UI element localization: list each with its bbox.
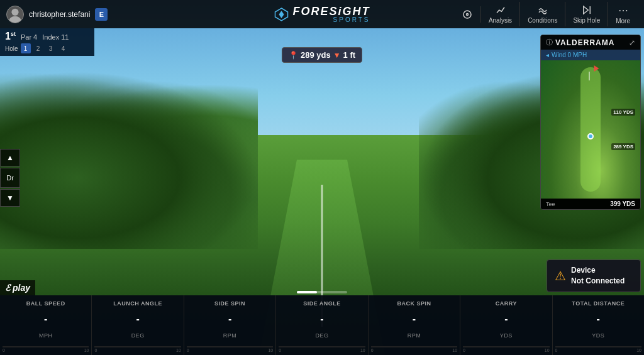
svg-point-2 <box>464 11 471 18</box>
top-bar: christopher.stefani E FORESiGHT SPORTS A… <box>0 0 644 28</box>
ball-speed-unit: MPH <box>39 332 53 339</box>
map-footer: Tee 399 YDS <box>541 199 640 209</box>
side-angle-unit: DEG <box>315 332 328 339</box>
shot-progress-bar <box>297 291 347 293</box>
distance-main: 289 yds <box>301 50 331 60</box>
logo-sports-text: SPORTS <box>292 17 370 23</box>
distance-arrow: ▼ <box>333 51 341 60</box>
player-badge: E <box>95 8 108 21</box>
tee-label: Tee <box>546 201 555 207</box>
wind-value: Wind 0 MPH <box>552 52 587 58</box>
nav-home-button[interactable] <box>454 6 481 23</box>
ball-speed-label: Ball Speed <box>26 300 65 307</box>
total-distance-bar: 0 10 <box>555 346 641 355</box>
map-title: VALDERRAMA <box>555 38 614 47</box>
map-header: ⓘ VALDERRAMA ⤢ <box>541 35 640 50</box>
ball-speed-bar: 0 10 <box>3 346 89 355</box>
total-distance-value: - <box>597 314 600 324</box>
carry-bar: 0 10 <box>463 346 549 355</box>
nav-conditions-button[interactable]: Conditions <box>520 2 565 26</box>
svg-point-1 <box>9 16 21 23</box>
total-distance-unit: YDS <box>592 332 604 339</box>
club-up-button[interactable]: ▲ <box>0 149 20 167</box>
player-name: christopher.stefani <box>29 10 90 19</box>
stat-side-spin: Side Spin - RPM 0 10 <box>184 295 276 355</box>
svg-point-3 <box>466 13 468 15</box>
side-spin-unit: RPM <box>223 332 237 339</box>
launch-angle-value: - <box>136 314 139 324</box>
device-status-line2: Not Connected <box>571 276 625 287</box>
svg-marker-4 <box>584 6 589 14</box>
device-status-text: Device Not Connected <box>571 265 625 287</box>
side-angle-value: - <box>320 314 323 324</box>
player-info: christopher.stefani E <box>6 6 108 23</box>
nav-skiphole-label: Skip Hole <box>573 17 600 24</box>
launch-angle-label: Launch Angle <box>113 300 162 307</box>
carry-value: - <box>504 314 508 324</box>
logo-text: FORESiGHT SPORTS <box>292 6 370 23</box>
more-dots-icon: ⋯ <box>618 4 628 16</box>
nav-conditions-label: Conditions <box>528 17 557 24</box>
device-status-panel: ⚠ Device Not Connected <box>547 259 641 292</box>
launch-angle-bar: 0 10 <box>94 346 180 355</box>
map-ball-position <box>587 133 594 139</box>
logo-icon <box>274 7 289 22</box>
side-angle-bar: 0 10 <box>279 346 365 355</box>
carry-unit: YDS <box>500 332 513 339</box>
hole-label: Hole <box>5 45 18 52</box>
back-spin-value: - <box>413 314 416 324</box>
stat-carry: Carry - YDS 0 10 <box>460 295 552 355</box>
hole-2-button[interactable]: 2 <box>33 43 43 53</box>
carry-label: Carry <box>496 300 517 307</box>
distance-sign: 📍 289 yds ▼ 1 ft <box>282 47 362 63</box>
back-spin-unit: RPM <box>408 332 421 339</box>
nav-analysis-button[interactable]: Analysis <box>481 2 520 26</box>
stat-ball-speed: Ball Speed - MPH 0 10 <box>0 295 92 355</box>
nav-analysis-label: Analysis <box>489 17 512 24</box>
pin-icon: 📍 <box>289 51 298 60</box>
side-spin-bar: 0 10 <box>187 346 273 355</box>
map-marker-289: 289 YDS <box>611 143 635 150</box>
hole-index: Index 11 <box>42 33 69 41</box>
logo-symbol: ℰ <box>5 283 10 293</box>
hole-4-button[interactable]: 4 <box>58 43 69 53</box>
back-spin-bar: 0 10 <box>371 346 457 355</box>
side-spin-label: Side Spin <box>214 300 245 307</box>
map-fairway <box>580 67 601 192</box>
nav-more-button[interactable]: ⋯ More <box>608 2 638 27</box>
logo-play-text: play <box>13 283 30 293</box>
bottom-logo: ℰ play <box>0 280 35 295</box>
launch-angle-unit: DEG <box>131 332 145 339</box>
map-marker-110: 110 YDS <box>611 109 635 116</box>
shot-progress-fill <box>297 291 317 293</box>
side-spin-value: - <box>228 314 231 324</box>
club-down-button[interactable]: ▼ <box>0 189 20 207</box>
club-indicator: Dr <box>0 168 20 188</box>
hole-position: 1st <box>5 31 16 42</box>
nav-skiphole-button[interactable]: Skip Hole <box>565 2 608 26</box>
logo: FORESiGHT SPORTS <box>274 6 370 23</box>
nav-more-label: More <box>616 18 630 25</box>
stat-back-spin: Back Spin - RPM 0 10 <box>369 295 460 355</box>
map-flag <box>587 72 595 80</box>
total-yards: 399 YDS <box>610 200 635 207</box>
stat-side-angle: Side Angle - DEG 0 10 <box>276 295 368 355</box>
warning-icon: ⚠ <box>555 268 566 283</box>
nav-buttons: Analysis Conditions Skip Hole ⋯ More <box>454 2 638 27</box>
map-info-icon: ⓘ <box>546 38 553 47</box>
total-distance-label: Total Distance <box>572 300 625 307</box>
map-expand-icon[interactable]: ⤢ <box>629 38 635 47</box>
map-controls: ⤢ <box>629 38 635 47</box>
stat-launch-angle: Launch Angle - DEG 0 10 <box>92 295 184 355</box>
left-panel: ▲ Dr ▼ <box>0 149 20 207</box>
svg-point-0 <box>11 8 18 15</box>
bottom-stats-bar: Ball Speed - MPH 0 10 Launch Angle - DEG… <box>0 295 644 355</box>
hole-3-button[interactable]: 3 <box>46 43 56 53</box>
hole-1-button[interactable]: 1 <box>21 43 31 53</box>
stat-total-distance: Total Distance - YDS 0 10 <box>553 295 644 355</box>
side-angle-label: Side Angle <box>303 300 341 307</box>
course-map[interactable]: 110 YDS 289 YDS <box>541 60 640 199</box>
device-status-line1: Device <box>571 265 625 276</box>
hole-par: Par 4 <box>21 33 37 41</box>
logo-foresight-text: FORESiGHT <box>292 6 370 17</box>
